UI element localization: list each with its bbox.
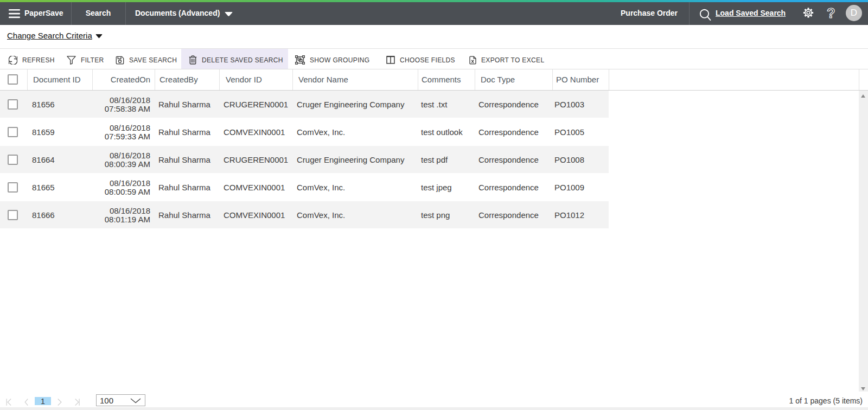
svg-text:?: ? (827, 5, 835, 21)
